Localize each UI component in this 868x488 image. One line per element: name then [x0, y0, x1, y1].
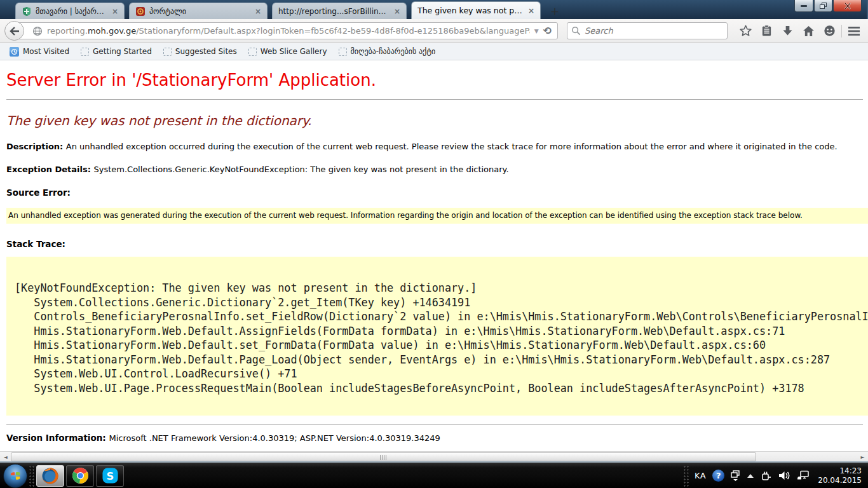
- stack-trace-label: Stack Trace:: [6, 239, 868, 249]
- close-button[interactable]: [833, 0, 862, 12]
- error-page-title: Server Error in '/StationaryForm' Applic…: [6, 71, 868, 90]
- system-tray: KA ?: [682, 463, 868, 488]
- tab-close-icon[interactable]: ×: [527, 6, 535, 15]
- close-icon: [844, 3, 851, 10]
- taskbar-skype-button[interactable]: S: [96, 465, 124, 487]
- tray-clock[interactable]: 14:23 20.04.2015: [818, 466, 862, 485]
- description-paragraph: Description: An unhandled exception occu…: [6, 142, 868, 151]
- back-arrow-icon: [10, 27, 20, 36]
- bookmark-web-slice-gallery[interactable]: Web Slice Gallery: [243, 46, 333, 57]
- url-bar[interactable]: reporting.moh.gov.ge/Stationaryform/Defa…: [15, 22, 558, 39]
- scrollbar-grip: [380, 455, 388, 460]
- windows-logo-icon: [8, 469, 22, 483]
- tab-error-page-active[interactable]: The given key was not present i... ×: [411, 1, 541, 19]
- tab-label: http://reporting...sForBilling.aspx: [278, 7, 390, 16]
- placeholder-favicon-icon: [81, 48, 89, 56]
- version-text: Microsoft .NET Framework Version:4.0.303…: [109, 433, 440, 443]
- search-input[interactable]: [585, 26, 712, 36]
- tab-close-icon[interactable]: ×: [254, 7, 262, 16]
- navigation-toolbar: reporting.moh.gov.ge/Stationaryform/Defa…: [0, 19, 868, 43]
- scroll-right-arrow[interactable]: ►: [857, 452, 868, 462]
- bookmark-label: Getting Started: [93, 47, 152, 56]
- skype-icon: S: [102, 467, 119, 484]
- bookmark-label: Most Visited: [23, 47, 69, 56]
- downloads-icon[interactable]: [777, 25, 798, 37]
- page-content: Server Error in '/StationaryForm' Applic…: [0, 61, 868, 451]
- search-icon: [571, 26, 581, 36]
- clipboard-icon[interactable]: [756, 25, 777, 37]
- toolbar-separator: [841, 25, 842, 37]
- scrollbar-thumb[interactable]: [11, 452, 756, 461]
- tab-close-icon[interactable]: ×: [111, 7, 119, 16]
- placeholder-favicon-icon: [248, 48, 257, 56]
- help-tray-icon[interactable]: ?: [712, 470, 724, 482]
- toolbar-icons: [735, 22, 864, 39]
- back-button[interactable]: [4, 21, 24, 41]
- exception-details-text: System.Collections.Generic.KeyNotFoundEx…: [93, 165, 508, 174]
- reload-icon[interactable]: ⟲: [543, 25, 557, 37]
- tab-label: მთავარი | საქართველოს...: [36, 7, 107, 16]
- tab-mtavari[interactable]: მთავარი | საქართველოს... ×: [15, 3, 125, 19]
- tab-bar: მთავარი | საქართველოს... × პორტალი × htt…: [0, 0, 868, 19]
- menu-hamburger-icon[interactable]: [843, 27, 864, 36]
- restore-button[interactable]: [814, 0, 832, 12]
- bookmark-most-visited[interactable]: Most Visited: [4, 46, 75, 58]
- exception-details-paragraph: Exception Details: System.Collections.Ge…: [6, 165, 868, 174]
- taskbar-chrome-button[interactable]: [66, 465, 94, 487]
- taskbar-grip: [29, 465, 35, 487]
- placeholder-favicon-icon: [339, 48, 347, 56]
- tab-label: The given key was not present i...: [417, 6, 524, 15]
- placeholder-favicon-icon: [163, 48, 172, 56]
- tray-date: 20.04.2015: [818, 476, 862, 485]
- taskbar: S KA ?: [0, 463, 868, 488]
- url-dropdown-icon[interactable]: ▼: [530, 28, 543, 34]
- tab-favicon-red-emblem: [135, 6, 146, 17]
- scroll-left-arrow[interactable]: ◄: [0, 452, 11, 462]
- description-text: An unhandled exception occurred during t…: [66, 142, 837, 151]
- bookmark-star-icon[interactable]: [735, 25, 756, 37]
- divider: [6, 424, 863, 425]
- bookmark-migheba-chabarebis-akti[interactable]: მიღება-ჩაბარების აქტი: [333, 46, 442, 57]
- bookmark-suggested-sites[interactable]: Suggested Sites: [158, 46, 243, 57]
- volume-icon[interactable]: [778, 470, 790, 481]
- version-label: Version Information:: [6, 433, 109, 443]
- source-error-box: An unhandled exception was generated dur…: [6, 208, 868, 224]
- screen: მთავარი | საქართველოს... × პორტალი × htt…: [0, 0, 868, 488]
- url-text: reporting.moh.gov.ge/Stationaryform/Defa…: [47, 26, 530, 36]
- tray-time: 14:23: [818, 466, 862, 476]
- new-tab-button[interactable]: +: [546, 4, 563, 18]
- minimize-button[interactable]: [794, 0, 813, 12]
- taskbar-firefox-button[interactable]: [36, 465, 64, 487]
- network-icon[interactable]: [797, 470, 809, 481]
- restore-window-tray-icon[interactable]: [731, 470, 740, 482]
- show-hidden-icons-arrow[interactable]: [747, 473, 754, 478]
- start-button[interactable]: [3, 464, 27, 488]
- language-indicator[interactable]: KA: [695, 471, 706, 480]
- url-domain: moh.gov.ge: [88, 26, 136, 36]
- error-page-subtitle: The given key was not present in the dic…: [6, 113, 868, 128]
- bookmark-getting-started[interactable]: Getting Started: [75, 46, 158, 57]
- stack-trace-box: [KeyNotFoundException: The given key was…: [6, 257, 868, 416]
- tabs-strip: მთავარი | საქართველოს... × პორტალი × htt…: [15, 2, 563, 19]
- version-information: Version Information: Microsoft .NET Fram…: [6, 433, 868, 443]
- tray-grip: [683, 465, 689, 487]
- tab-close-icon[interactable]: ×: [393, 7, 401, 16]
- svg-text:S: S: [106, 470, 114, 482]
- exception-details-label: Exception Details:: [6, 165, 93, 174]
- tab-reporting[interactable]: http://reporting...sForBilling.aspx ×: [272, 3, 407, 19]
- horizontal-scrollbar[interactable]: ◄ ►: [0, 451, 868, 461]
- stack-trace-text: [KeyNotFoundException: The given key was…: [15, 281, 868, 395]
- search-box[interactable]: [567, 22, 728, 39]
- bookmark-label: Web Slice Gallery: [261, 47, 327, 56]
- bookmark-label: Suggested Sites: [175, 47, 237, 56]
- most-visited-icon: [10, 47, 19, 57]
- tab-portali[interactable]: პორტალი ×: [129, 3, 268, 19]
- globe-icon: [32, 26, 43, 36]
- firefox-icon: [41, 467, 59, 485]
- power-plug-icon[interactable]: [761, 470, 772, 482]
- description-label: Description:: [6, 142, 66, 151]
- home-icon[interactable]: [798, 25, 819, 37]
- bookmark-label: მიღება-ჩაბარების აქტი: [351, 47, 436, 56]
- hello-smiley-icon[interactable]: [819, 25, 840, 37]
- tab-favicon-green-emblem: [22, 6, 32, 17]
